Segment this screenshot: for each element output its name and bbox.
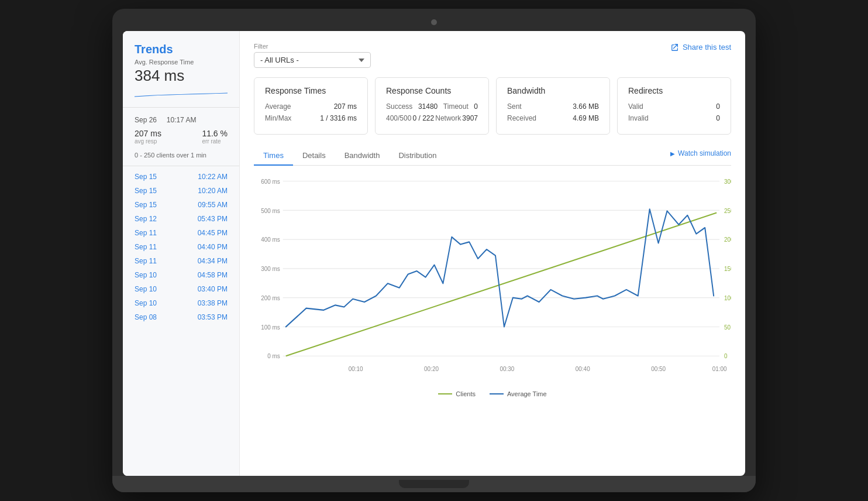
- history-date: Sep 10: [135, 271, 157, 279]
- history-item[interactable]: Sep 0803:53 PM: [123, 310, 239, 324]
- tab-distribution[interactable]: Distribution: [389, 146, 446, 166]
- stat-val: 0: [716, 102, 720, 111]
- sidebar-subtitle: Avg. Response Time: [123, 59, 239, 67]
- sidebar-divider-1: [123, 107, 239, 108]
- svg-text:100 ms: 100 ms: [261, 324, 280, 330]
- tab-bandwidth[interactable]: Bandwidth: [335, 146, 390, 166]
- selected-date-time: Sep 26 10:17 AM: [123, 114, 239, 124]
- history-item[interactable]: Sep 1104:40 PM: [123, 240, 239, 254]
- svg-text:0 ms: 0 ms: [267, 353, 280, 359]
- stat-label2: Timeout: [443, 102, 469, 111]
- sidebar-sparkline: [123, 90, 239, 107]
- history-item[interactable]: Sep 1510:20 AM: [123, 184, 239, 198]
- sidebar-title: Trends: [123, 43, 239, 59]
- stat-card-row-0-1: Min/Max 1 / 3316 ms: [265, 114, 357, 122]
- svg-text:250: 250: [724, 207, 731, 214]
- tabs-list: TimesDetailsBandwidthDistribution: [254, 146, 446, 165]
- stat-card-title-1: Response Counts: [386, 86, 478, 95]
- stat-val2: 3907: [462, 114, 478, 122]
- history-item[interactable]: Sep 1510:22 AM: [123, 170, 239, 184]
- share-label: Share this test: [683, 43, 731, 52]
- chart-svg: 600 ms 500 ms 400 ms 300 ms 200 ms 100 m…: [254, 175, 731, 386]
- sidebar-divider-2: [123, 166, 239, 166]
- stat-val2: 0: [474, 102, 478, 111]
- laptop-camera: [431, 19, 437, 25]
- stat-label: Valid: [628, 102, 643, 111]
- history-time: 04:45 PM: [198, 229, 228, 237]
- stat-card-0: Response Times Average 207 ms Min/Max 1 …: [254, 77, 368, 135]
- url-filter-select[interactable]: - All URLs -: [254, 52, 371, 68]
- share-button[interactable]: Share this test: [671, 43, 731, 52]
- filter-section: Filter - All URLs -: [254, 43, 371, 68]
- stat-card-row-0-0: Average 207 ms: [265, 102, 357, 111]
- avg-resp-value: 207 ms: [135, 129, 161, 138]
- svg-text:300 ms: 300 ms: [261, 266, 280, 272]
- watch-simulation-button[interactable]: ▶ Watch simulation: [670, 149, 731, 162]
- avg-resp-block: 207 ms avg resp: [135, 129, 161, 145]
- stat-card-title-2: Bandwidth: [507, 86, 599, 95]
- stat-val: 0 / 222: [412, 114, 434, 122]
- history-item[interactable]: Sep 1104:34 PM: [123, 254, 239, 268]
- err-rate-value: 11.6 %: [202, 129, 228, 138]
- history-date: Sep 15: [135, 201, 157, 209]
- svg-text:01:00: 01:00: [712, 365, 727, 372]
- svg-text:300: 300: [724, 179, 731, 185]
- history-time: 10:20 AM: [198, 187, 228, 195]
- svg-text:00:20: 00:20: [424, 365, 439, 372]
- history-time: 05:43 PM: [198, 215, 228, 223]
- history-time: 10:22 AM: [198, 173, 228, 181]
- legend-clients: Clients: [438, 390, 476, 397]
- stat-label: Average: [265, 102, 291, 111]
- history-item[interactable]: Sep 1003:40 PM: [123, 282, 239, 296]
- history-date: Sep 11: [135, 257, 157, 265]
- tab-times[interactable]: Times: [254, 146, 293, 166]
- app-container: Trends Avg. Response Time 384 ms Sep 26 …: [123, 31, 745, 476]
- chart-area: 600 ms 500 ms 400 ms 300 ms 200 ms 100 m…: [254, 175, 731, 386]
- history-time: 04:34 PM: [198, 257, 228, 265]
- laptop-base: [112, 476, 756, 492]
- stat-card-title-0: Response Times: [265, 86, 357, 95]
- stat-val: 1 / 3316 ms: [320, 114, 357, 122]
- main-content: Filter - All URLs - Share this test: [240, 31, 745, 476]
- stat-val: 31480: [418, 102, 438, 111]
- svg-text:00:50: 00:50: [651, 365, 666, 372]
- laptop-screen: Trends Avg. Response Time 384 ms Sep 26 …: [123, 31, 745, 476]
- stat-label: 400/500: [386, 114, 411, 122]
- stat-card-row-1-0: Success 31480 Timeout 0: [386, 102, 478, 111]
- history-date: Sep 12: [135, 215, 157, 223]
- history-time: 03:38 PM: [198, 299, 228, 307]
- laptop-frame: Trends Avg. Response Time 384 ms Sep 26 …: [112, 9, 756, 492]
- stat-card-row-2-0: Sent 3.66 MB: [507, 102, 599, 111]
- history-time: 04:58 PM: [198, 271, 228, 279]
- avg-time-line: [490, 393, 504, 394]
- svg-text:100: 100: [724, 295, 731, 301]
- filter-label: Filter: [254, 43, 371, 50]
- stat-label: Success: [386, 102, 412, 111]
- stat-label: Invalid: [628, 114, 649, 122]
- svg-text:50: 50: [724, 324, 731, 330]
- history-date: Sep 10: [135, 285, 157, 293]
- stat-card-row-3-1: Invalid 0: [628, 114, 720, 122]
- stat-card-row-3-0: Valid 0: [628, 102, 720, 111]
- history-item[interactable]: Sep 1004:58 PM: [123, 268, 239, 282]
- svg-text:600 ms: 600 ms: [261, 179, 280, 185]
- svg-text:00:10: 00:10: [349, 365, 363, 372]
- stat-label2: Network: [435, 114, 461, 122]
- share-icon: [671, 43, 679, 52]
- stat-card-row-1-1: 400/500 0 / 222 Network 3907: [386, 114, 478, 122]
- clients-text: 0 - 250 clients over 1 min: [123, 149, 239, 166]
- history-item[interactable]: Sep 1003:38 PM: [123, 296, 239, 310]
- svg-text:200 ms: 200 ms: [261, 295, 280, 301]
- history-item[interactable]: Sep 1205:43 PM: [123, 212, 239, 226]
- svg-text:200: 200: [724, 236, 731, 243]
- clients-legend-label: Clients: [456, 390, 476, 397]
- history-date: Sep 10: [135, 299, 157, 307]
- tab-details[interactable]: Details: [293, 146, 335, 166]
- history-date: Sep 15: [135, 173, 157, 181]
- stat-label: Sent: [507, 102, 522, 111]
- history-item[interactable]: Sep 1509:55 AM: [123, 198, 239, 212]
- svg-line-27: [286, 213, 717, 356]
- history-item[interactable]: Sep 1104:45 PM: [123, 226, 239, 240]
- stat-val: 0: [716, 114, 720, 122]
- svg-text:0: 0: [724, 353, 728, 359]
